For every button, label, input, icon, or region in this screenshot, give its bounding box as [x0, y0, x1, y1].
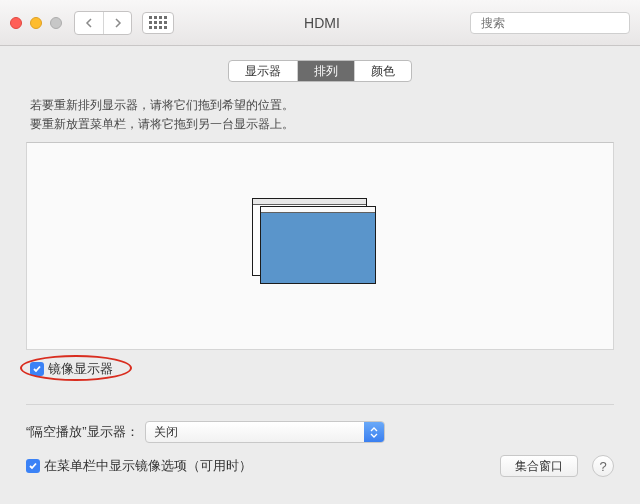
show-in-menubar-checkbox[interactable]: [26, 459, 40, 473]
window-title: HDMI: [174, 15, 470, 31]
forward-button[interactable]: [103, 12, 131, 34]
close-button[interactable]: [10, 17, 22, 29]
mirror-displays-label: 镜像显示器: [48, 360, 113, 378]
airplay-label: “隔空播放”显示器：: [26, 423, 139, 441]
mirror-displays-checkbox[interactable]: [30, 362, 44, 376]
gather-windows-button[interactable]: 集合窗口: [500, 455, 578, 477]
search-field[interactable]: [470, 12, 630, 34]
airplay-value: 关闭: [154, 424, 178, 441]
show-in-menubar-label: 在菜单栏中显示镜像选项（可用时）: [44, 457, 252, 475]
menubar-front[interactable]: [261, 207, 375, 213]
tab-color[interactable]: 颜色: [354, 61, 411, 81]
tab-arrange[interactable]: 排列: [297, 61, 354, 81]
instruction-line-1: 若要重新排列显示器，请将它们拖到希望的位置。: [30, 96, 614, 115]
help-button[interactable]: ?: [592, 455, 614, 477]
tab-display[interactable]: 显示器: [229, 61, 297, 81]
display-front[interactable]: [260, 206, 376, 284]
airplay-select[interactable]: 关闭: [145, 421, 385, 443]
nav-back-forward: [74, 11, 132, 35]
tab-bar: 显示器 排列 颜色: [228, 60, 412, 82]
minimize-button[interactable]: [30, 17, 42, 29]
select-stepper-icon: [364, 422, 384, 442]
zoom-button[interactable]: [50, 17, 62, 29]
divider: [26, 404, 614, 405]
menubar-rear[interactable]: [253, 199, 366, 205]
display-icons[interactable]: [260, 206, 380, 286]
show-all-button[interactable]: [142, 12, 174, 34]
instructions: 若要重新排列显示器，请将它们拖到希望的位置。 要重新放置菜单栏，请将它拖到另一台…: [26, 96, 614, 134]
instruction-line-2: 要重新放置菜单栏，请将它拖到另一台显示器上。: [30, 115, 614, 134]
back-button[interactable]: [75, 12, 103, 34]
search-input[interactable]: [481, 16, 631, 30]
grid-icon: [149, 16, 167, 29]
arrangement-area[interactable]: [26, 142, 614, 350]
